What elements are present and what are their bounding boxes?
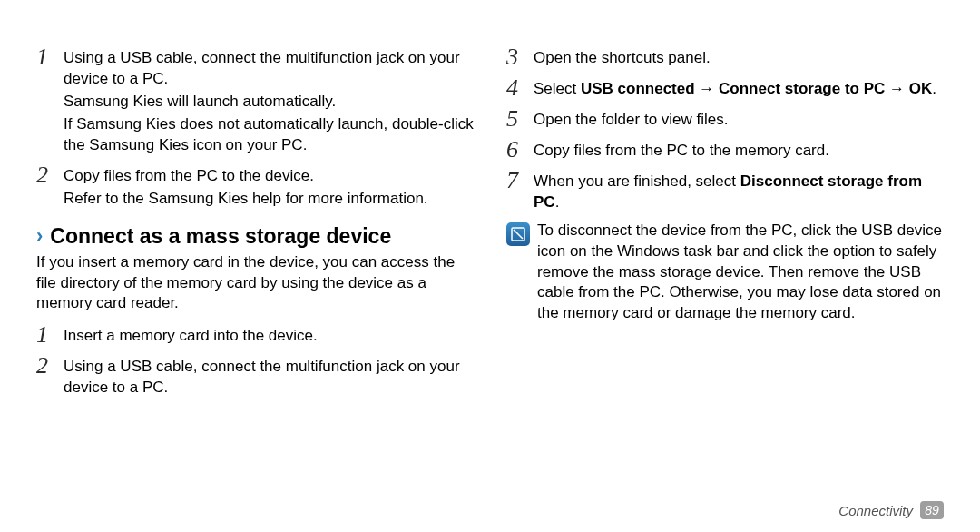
text-segment: . bbox=[555, 193, 560, 211]
step-number: 1 bbox=[36, 323, 64, 347]
step-2: 2 Copy files from the PC to the device. … bbox=[36, 163, 474, 212]
step-body: When you are finished, select Disconnect… bbox=[534, 169, 944, 215]
step-body: Open the shortcuts panel. bbox=[534, 45, 944, 71]
page-footer: Connectivity 89 bbox=[838, 501, 944, 519]
note-text: To disconnect the device from the PC, cl… bbox=[537, 221, 944, 325]
step-body: Using a USB cable, connect the multifunc… bbox=[64, 45, 474, 158]
step-number: 7 bbox=[506, 169, 534, 192]
heading-text: Connect as a mass storage device bbox=[50, 224, 391, 249]
step-a1: 1 Insert a memory card into the device. bbox=[36, 323, 474, 349]
step-text: Refer to the Samsung Kies help for more … bbox=[64, 189, 474, 210]
page-columns: 1 Using a USB cable, connect the multifu… bbox=[0, 0, 980, 406]
step-text: Copy files from the PC to the device. bbox=[64, 166, 474, 187]
step-text: Using a USB cable, connect the multifunc… bbox=[64, 48, 474, 90]
text-segment: When you are finished, select bbox=[534, 172, 740, 190]
step-number: 1 bbox=[36, 45, 64, 69]
step-body: Copy files from the PC to the memory car… bbox=[534, 138, 944, 163]
section-intro: If you insert a memory card in the devic… bbox=[36, 252, 474, 315]
step-number: 2 bbox=[36, 354, 64, 378]
step-body: Insert a memory card into the device. bbox=[64, 323, 474, 349]
step-text: Open the shortcuts panel. bbox=[534, 48, 944, 69]
step-a2: 2 Using a USB cable, connect the multifu… bbox=[36, 354, 474, 400]
step-text: Insert a memory card into the device. bbox=[64, 326, 474, 347]
step-text: Samsung Kies will launch automatically. bbox=[64, 92, 474, 113]
step-text: If Samsung Kies does not automatically l… bbox=[64, 114, 474, 156]
step-number: 6 bbox=[506, 138, 534, 162]
step-6: 6 Copy files from the PC to the memory c… bbox=[506, 138, 944, 163]
step-3: 3 Open the shortcuts panel. bbox=[506, 45, 944, 71]
step-text: Copy files from the PC to the memory car… bbox=[534, 141, 944, 162]
step-body: Using a USB cable, connect the multifunc… bbox=[64, 354, 474, 400]
step-1: 1 Using a USB cable, connect the multifu… bbox=[36, 45, 474, 158]
bold-text: USB connected bbox=[581, 80, 695, 97]
footer-section: Connectivity bbox=[838, 503, 913, 518]
svg-line-1 bbox=[514, 230, 523, 239]
step-body: Copy files from the PC to the device. Re… bbox=[64, 163, 474, 212]
bold-text: OK bbox=[909, 80, 933, 97]
step-7: 7 When you are finished, select Disconne… bbox=[506, 169, 944, 215]
chevron-icon: › bbox=[36, 224, 43, 248]
step-body: Select USB connected → Connect storage t… bbox=[534, 76, 944, 102]
step-text: Using a USB cable, connect the multifunc… bbox=[64, 357, 474, 399]
right-column: 3 Open the shortcuts panel. 4 Select USB… bbox=[506, 45, 944, 406]
step-4: 4 Select USB connected → Connect storage… bbox=[506, 76, 944, 102]
text-segment: → bbox=[695, 80, 719, 97]
step-number: 3 bbox=[506, 45, 534, 69]
step-5: 5 Open the folder to view files. bbox=[506, 107, 944, 133]
step-number: 4 bbox=[506, 76, 534, 100]
step-body: Open the folder to view files. bbox=[534, 107, 944, 133]
section-heading: › Connect as a mass storage device bbox=[36, 224, 474, 249]
bold-text: Connect storage to PC bbox=[719, 80, 885, 97]
step-number: 5 bbox=[506, 107, 534, 131]
step-number: 2 bbox=[36, 163, 64, 187]
text-segment: → bbox=[885, 80, 908, 97]
text-segment: . bbox=[932, 80, 936, 97]
step-text: Open the folder to view files. bbox=[534, 110, 944, 131]
note-block: To disconnect the device from the PC, cl… bbox=[506, 221, 944, 325]
text-segment: Select bbox=[534, 80, 581, 97]
step-text: When you are finished, select Disconnect… bbox=[534, 172, 944, 213]
left-column: 1 Using a USB cable, connect the multifu… bbox=[36, 45, 474, 406]
page-number: 89 bbox=[920, 501, 944, 519]
step-text: Select USB connected → Connect storage t… bbox=[534, 79, 944, 100]
note-icon bbox=[506, 222, 530, 246]
